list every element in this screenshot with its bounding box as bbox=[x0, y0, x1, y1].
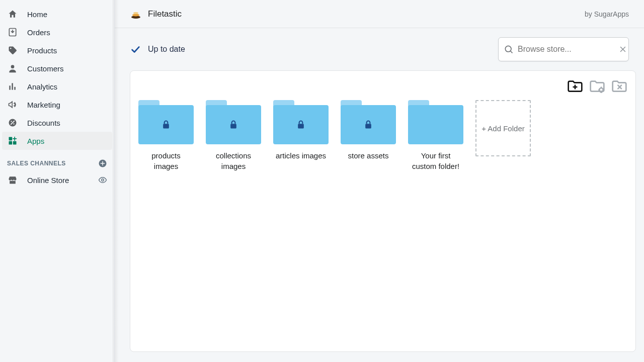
app-logo-icon bbox=[130, 8, 142, 20]
search-input[interactable] bbox=[518, 45, 618, 54]
topbar: Filetastic by SugarApps bbox=[115, 0, 644, 28]
orders-icon bbox=[7, 27, 18, 38]
nav-label: Home bbox=[27, 10, 47, 19]
nav-customers[interactable]: Customers bbox=[0, 59, 114, 77]
folder-label: store assets bbox=[348, 150, 389, 161]
svg-rect-24 bbox=[365, 124, 371, 128]
nav-analytics[interactable]: Analytics bbox=[0, 77, 114, 96]
svg-point-1 bbox=[11, 65, 15, 68]
folder-store-assets[interactable]: store assets bbox=[341, 100, 396, 171]
svg-point-6 bbox=[11, 121, 12, 122]
home-icon bbox=[7, 9, 18, 20]
svg-rect-2 bbox=[9, 85, 11, 89]
svg-rect-23 bbox=[298, 124, 304, 128]
folder-label: articles images bbox=[276, 150, 326, 161]
svg-point-16 bbox=[505, 46, 511, 52]
panel-toolbar bbox=[138, 79, 627, 93]
folder-custom[interactable]: Your first custom folder! bbox=[408, 100, 463, 171]
new-folder-button[interactable] bbox=[567, 79, 583, 93]
folder-icon bbox=[408, 100, 463, 144]
lock-icon bbox=[228, 119, 238, 130]
add-channel-icon[interactable] bbox=[98, 159, 107, 168]
discounts-icon bbox=[7, 117, 18, 128]
nav-label: Discounts bbox=[27, 119, 60, 127]
nav-discounts[interactable]: Discounts bbox=[0, 114, 114, 132]
main-area: Filetastic by SugarApps Up to date bbox=[115, 0, 644, 362]
folder-products-images[interactable]: products images bbox=[138, 100, 194, 171]
marketing-icon bbox=[7, 99, 18, 110]
nav-label: Orders bbox=[27, 28, 50, 37]
sidebar: Home Orders Products Customers Analytics… bbox=[0, 0, 115, 362]
status-text: Up to date bbox=[148, 45, 185, 54]
search-box[interactable] bbox=[498, 37, 629, 61]
check-icon bbox=[130, 44, 141, 55]
customers-icon bbox=[7, 63, 18, 74]
svg-rect-10 bbox=[9, 141, 13, 145]
store-icon bbox=[7, 174, 18, 186]
byline: by SugarApps bbox=[585, 10, 629, 18]
svg-point-12 bbox=[102, 179, 104, 182]
nav-label: Customers bbox=[27, 64, 64, 73]
nav-orders[interactable]: Orders bbox=[0, 23, 114, 41]
apps-icon bbox=[7, 135, 18, 146]
folder-label: products images bbox=[138, 150, 194, 171]
nav-label: Apps bbox=[27, 137, 44, 145]
nav-products[interactable]: Products bbox=[0, 41, 114, 59]
svg-point-15 bbox=[133, 12, 138, 14]
nav-apps[interactable]: Apps bbox=[2, 132, 112, 150]
folder-icon bbox=[341, 100, 396, 144]
add-folder-label: + Add Folder bbox=[481, 124, 524, 133]
folder-icon bbox=[138, 100, 194, 144]
content-panel: products images collections images bbox=[130, 70, 636, 352]
folder-label: Your first custom folder! bbox=[408, 150, 463, 171]
lock-icon bbox=[161, 119, 171, 130]
svg-rect-8 bbox=[9, 137, 13, 141]
sales-channels-header: SALES CHANNELS bbox=[0, 150, 114, 171]
svg-rect-3 bbox=[12, 83, 13, 89]
analytics-icon bbox=[7, 81, 18, 92]
folder-icon bbox=[206, 100, 261, 144]
view-store-icon[interactable] bbox=[98, 175, 107, 185]
svg-rect-22 bbox=[230, 124, 236, 128]
products-icon bbox=[7, 45, 18, 56]
svg-line-17 bbox=[511, 51, 513, 53]
nav-label: Analytics bbox=[27, 82, 57, 91]
search-icon bbox=[504, 44, 514, 54]
nav-label: Marketing bbox=[27, 101, 60, 109]
folder-settings-button[interactable] bbox=[589, 79, 605, 93]
svg-rect-4 bbox=[14, 87, 16, 90]
nav-label: Products bbox=[27, 46, 57, 55]
folder-articles-images[interactable]: articles images bbox=[273, 100, 329, 171]
add-folder-tile[interactable]: + Add Folder bbox=[475, 100, 531, 156]
folder-grid: products images collections images bbox=[138, 98, 627, 171]
svg-rect-9 bbox=[13, 141, 17, 145]
clear-search-icon[interactable] bbox=[618, 45, 627, 54]
folder-label: collections images bbox=[206, 150, 261, 171]
lock-icon bbox=[363, 119, 373, 130]
nav-home[interactable]: Home bbox=[0, 5, 114, 23]
svg-rect-21 bbox=[163, 124, 169, 128]
folder-collections-images[interactable]: collections images bbox=[206, 100, 261, 171]
app-title: Filetastic bbox=[148, 9, 182, 19]
nav-marketing[interactable]: Marketing bbox=[0, 96, 114, 114]
svg-point-7 bbox=[13, 123, 14, 124]
lock-icon bbox=[296, 119, 306, 130]
section-label: SALES CHANNELS bbox=[7, 160, 66, 167]
folder-icon bbox=[273, 100, 329, 144]
channel-online-store[interactable]: Online Store bbox=[0, 171, 114, 189]
status-row: Up to date bbox=[115, 28, 644, 70]
channel-label: Online Store bbox=[27, 176, 69, 185]
svg-point-14 bbox=[132, 14, 139, 16]
delete-folder-button[interactable] bbox=[611, 79, 627, 93]
